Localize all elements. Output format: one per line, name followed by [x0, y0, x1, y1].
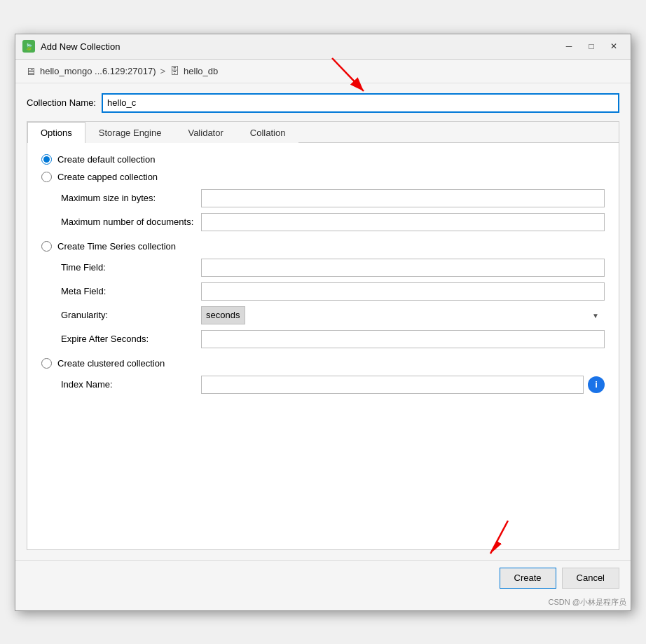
breadcrumb-connection: hello_mongo ...6.129:27017): [40, 66, 156, 76]
tab-collation[interactable]: Collation: [237, 122, 299, 143]
meta-field-row: Meta Field:: [61, 282, 605, 301]
tabs-header: Options Storage Engine Validator Collati…: [27, 122, 619, 143]
breadcrumb-separator: >: [160, 66, 166, 76]
timeseries-sub-fields: Time Field: Meta Field: Granularity: sec…: [61, 259, 605, 348]
radio-clustered-collection-row: Create clustered collection: [41, 358, 605, 369]
max-docs-row: Maximum number of documents:: [61, 213, 605, 231]
capped-sub-fields: Maximum size in bytes: Maximum number of…: [61, 189, 605, 231]
time-field-row: Time Field:: [61, 259, 605, 277]
create-button[interactable]: Create: [500, 568, 556, 589]
dialog-body: Collection Name: Options Storage Engine …: [15, 83, 631, 560]
expire-after-label: Expire After Seconds:: [61, 334, 201, 344]
radio-default-collection-label: Create default collection: [57, 154, 155, 165]
granularity-label: Granularity:: [61, 310, 201, 320]
meta-field-label: Meta Field:: [61, 286, 201, 296]
radio-default-collection-row: Create default collection: [41, 154, 605, 165]
title-bar: 🍃 Add New Collection ─ □ ✕: [15, 34, 631, 60]
cancel-button[interactable]: Cancel: [562, 568, 619, 589]
app-icon: 🍃: [22, 40, 35, 53]
max-size-input[interactable]: [201, 189, 605, 207]
dialog-title: Add New Collection: [41, 41, 120, 52]
tab-storage-engine[interactable]: Storage Engine: [85, 122, 175, 143]
title-bar-controls: ─ □ ✕: [559, 39, 624, 54]
max-docs-label: Maximum number of documents:: [61, 217, 201, 227]
info-button[interactable]: i: [588, 376, 605, 393]
tabs-container: Options Storage Engine Validator Collati…: [27, 121, 619, 550]
index-name-row: Index Name: i: [61, 376, 605, 394]
expire-after-row: Expire After Seconds:: [61, 330, 605, 348]
close-button[interactable]: ✕: [604, 39, 624, 54]
minimize-button[interactable]: ─: [559, 39, 579, 54]
radio-timeseries-collection-label: Create Time Series collection: [57, 241, 176, 252]
radio-timeseries-collection-row: Create Time Series collection: [41, 241, 605, 252]
index-name-input[interactable]: [201, 376, 584, 394]
tab-content-options: Create default collection Create capped …: [27, 143, 619, 549]
watermark: CSDN @小林是程序员: [15, 596, 631, 610]
title-bar-left: 🍃 Add New Collection: [22, 40, 120, 53]
breadcrumb-connection-icon: 🖥: [25, 65, 36, 77]
collection-name-label: Collection Name:: [27, 97, 96, 108]
radio-capped-collection-label: Create capped collection: [57, 172, 158, 182]
maximize-button[interactable]: □: [582, 39, 601, 54]
radio-clustered-collection-label: Create clustered collection: [57, 358, 165, 369]
max-docs-input[interactable]: [201, 213, 605, 231]
radio-clustered-collection[interactable]: [41, 358, 52, 369]
collection-name-input[interactable]: [102, 93, 619, 113]
meta-field-input[interactable]: [201, 282, 605, 301]
granularity-row: Granularity: seconds minutes hours: [61, 306, 605, 324]
breadcrumb-bar: 🖥 hello_mongo ...6.129:27017) > 🗄 hello_…: [15, 60, 631, 83]
time-field-input[interactable]: [201, 259, 605, 277]
max-size-label: Maximum size in bytes:: [61, 193, 201, 203]
dialog-window: 🍃 Add New Collection ─ □ ✕ 🖥 hello_mongo…: [15, 34, 631, 611]
watermark-text: CSDN @小林是程序员: [549, 598, 626, 606]
dialog-footer: Create Cancel: [15, 560, 631, 596]
index-name-label: Index Name:: [61, 379, 201, 390]
radio-capped-collection[interactable]: [41, 172, 52, 182]
time-field-label: Time Field:: [61, 262, 201, 273]
granularity-select[interactable]: seconds minutes hours: [201, 306, 245, 324]
granularity-select-wrapper: seconds minutes hours: [201, 306, 605, 324]
radio-default-collection[interactable]: [41, 154, 52, 165]
tab-validator[interactable]: Validator: [174, 122, 236, 143]
clustered-sub-fields: Index Name: i: [61, 376, 605, 394]
breadcrumb-database: hello_db: [184, 66, 218, 76]
tab-options[interactable]: Options: [27, 122, 85, 143]
breadcrumb-db-icon: 🗄: [170, 65, 179, 76]
expire-after-input[interactable]: [201, 330, 605, 348]
radio-timeseries-collection[interactable]: [41, 241, 52, 252]
radio-capped-collection-row: Create capped collection: [41, 172, 605, 182]
collection-name-row: Collection Name:: [27, 93, 619, 113]
max-size-row: Maximum size in bytes:: [61, 189, 605, 207]
collection-name-area: Collection Name:: [27, 93, 619, 113]
